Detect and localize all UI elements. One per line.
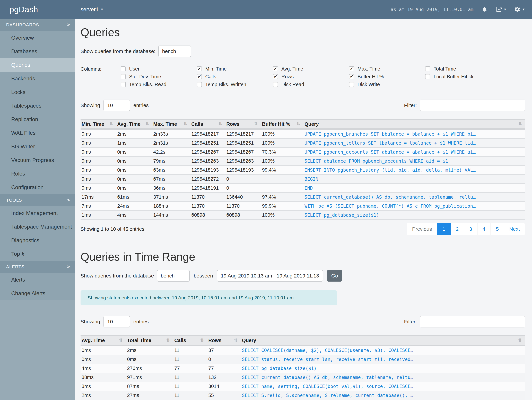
sidebar-item-roles[interactable]: Roles	[0, 167, 75, 180]
query-link[interactable]: SELECT name, setting, COALESCE(boot_val,…	[242, 384, 413, 389]
database-label: Show queries from the database	[81, 273, 154, 279]
pagination-next[interactable]: Next	[504, 223, 525, 235]
query-link[interactable]: WITH pc AS (SELECT pubname, COUNT(*) AS …	[304, 203, 476, 209]
query-link[interactable]: UPDATE pgbench_accounts SET abalance = a…	[304, 149, 476, 155]
go-button[interactable]: Go	[327, 270, 342, 282]
query-link[interactable]: SELECT abalance FROM pgbench_accounts WH…	[304, 158, 448, 164]
query-link[interactable]: SELECT COALESCE(datname, $2), COALESCE(u…	[242, 348, 413, 353]
sidebar-section-alerts[interactable]: ALERTS>	[0, 261, 75, 273]
sidebar-item-index-management[interactable]: Index Management	[0, 206, 75, 220]
query-cell: BEGIN	[304, 175, 525, 184]
sidebar-item-alerts[interactable]: Alerts	[0, 273, 75, 286]
column-header-rows[interactable]: Rows⇅	[225, 120, 261, 129]
cell: 0ms	[81, 129, 116, 139]
sidebar-item-top-k[interactable]: Topk	[0, 247, 75, 261]
query-link[interactable]: SELECT pg_database_size($1)	[304, 212, 379, 218]
sidebar-item-diagnostics[interactable]: Diagnostics	[0, 234, 75, 247]
column-header-query[interactable]: Query⇅	[241, 336, 525, 345]
pagination-page-2[interactable]: 2	[451, 223, 464, 235]
column-header-total-time[interactable]: Total Time⇅	[126, 336, 173, 345]
query-link[interactable]: SELECT current_database() AS db, scheman…	[304, 194, 476, 200]
checkbox-temp-blks-written[interactable]: Temp Blks. Written	[197, 82, 273, 87]
pagination-page-1[interactable]: 1	[437, 223, 451, 235]
sidebar-item-wal-files[interactable]: WAL Files	[0, 126, 75, 140]
checkbox-label: Calls	[205, 74, 216, 80]
sidebar-item-queries[interactable]: Queries	[0, 58, 75, 72]
checkbox-buffer-hit[interactable]: ✔Buffer Hit %	[349, 74, 425, 79]
cell: 1295418217	[225, 129, 261, 139]
database-input[interactable]	[157, 270, 190, 282]
checkbox-disk-read[interactable]: Disk Read	[273, 82, 349, 87]
entries-count-input[interactable]	[103, 316, 130, 327]
checkbox-disk-write[interactable]: Disk Write	[349, 82, 425, 87]
query-link[interactable]: SELECT pg_database_size($1)	[242, 366, 317, 371]
notifications-button[interactable]	[482, 6, 488, 13]
pagination-previous[interactable]: Previous	[407, 223, 437, 235]
query-link[interactable]: INSERT INTO pgbench_history (tid, bid, a…	[304, 167, 476, 173]
column-header-calls[interactable]: Calls⇅	[173, 336, 207, 345]
cell: 0ms	[81, 355, 126, 364]
column-header-min-time[interactable]: Min. Time⇅	[81, 120, 116, 129]
charts-menu-button[interactable]: ▾	[496, 6, 506, 13]
table-row: 0ms0ms36ms12954181910END	[81, 184, 525, 192]
checkbox-min-time[interactable]: ✔Min. Time	[197, 66, 273, 71]
checkbox-user[interactable]: User	[121, 66, 197, 71]
checkbox-local-buffer-hit[interactable]: Local Buffer Hit %	[425, 74, 501, 79]
sidebar-item-overview[interactable]: Overview	[0, 31, 75, 44]
sidebar-item-backends[interactable]: Backends	[0, 72, 75, 85]
checkbox-checked-icon: ✔	[349, 66, 354, 71]
checkbox-rows[interactable]: ✔Rows	[273, 74, 349, 79]
filter-wrap: Filter:	[404, 100, 525, 111]
filter-input[interactable]	[420, 316, 525, 327]
query-link[interactable]: END	[304, 185, 313, 191]
sidebar-item-replication[interactable]: Replication	[0, 113, 75, 126]
column-header-rows[interactable]: Rows⇅	[207, 336, 241, 345]
sort-icon: ⇅	[145, 121, 149, 127]
sidebar-item-change-alerts[interactable]: Change Alerts	[0, 286, 75, 300]
checkbox-temp-blks-read[interactable]: Temp Blks. Read	[121, 82, 197, 87]
settings-menu-button[interactable]: ▾	[514, 6, 525, 13]
sidebar-filler	[0, 300, 75, 400]
column-header-avg-time[interactable]: Avg. Time⇅	[81, 336, 126, 345]
sidebar-item-bg-writer[interactable]: BG Writer	[0, 140, 75, 153]
server-selector[interactable]: server1 ▾	[81, 6, 103, 13]
sidebar-item-locks[interactable]: Locks	[0, 85, 75, 99]
sidebar-section-dashboards[interactable]: DASHBOARDS>	[0, 19, 75, 31]
sidebar-item-configuration[interactable]: Configuration	[0, 180, 75, 194]
sidebar-item-databases[interactable]: Databases	[0, 44, 75, 58]
sidebar-item-vacuum-progress[interactable]: Vacuum Progress	[0, 153, 75, 167]
column-header-max-time[interactable]: Max. Time⇅	[152, 120, 190, 129]
query-link[interactable]: SELECT status, receive_start_lsn, receiv…	[242, 357, 413, 362]
checkbox-std-dev-time[interactable]: Std. Dev. Time	[121, 74, 197, 79]
checkbox-total-time[interactable]: Total Time	[425, 66, 501, 71]
table-row: 17ms61ms371ms1137013644097.4%SELECT curr…	[81, 192, 525, 202]
query-link[interactable]: SELECT S.relid, S.schemaname, S.relname,…	[242, 393, 413, 398]
checkbox-max-time[interactable]: ✔Max. Time	[349, 66, 425, 71]
sidebar-item-tablespace-management[interactable]: Tablespace Management	[0, 220, 75, 234]
date-range-input[interactable]	[217, 270, 323, 282]
checkbox-avg-time[interactable]: ✔Avg. Time	[273, 66, 349, 71]
sidebar-section-tools[interactable]: TOOLS>	[0, 194, 75, 206]
section-label: TOOLS	[6, 198, 22, 203]
column-header-calls[interactable]: Calls⇅	[190, 120, 225, 129]
query-link[interactable]: UPDATE pgbench_tellers SET tbalance = tb…	[304, 140, 476, 146]
checkbox-calls[interactable]: ✔Calls	[197, 74, 273, 79]
entries-count-input[interactable]	[103, 100, 130, 111]
column-header-query[interactable]: Query⇅	[304, 120, 525, 129]
filter-label: Filter:	[404, 102, 417, 108]
pagination-page-4[interactable]: 4	[477, 223, 491, 235]
checkbox-column: Total TimeLocal Buffer Hit %	[425, 66, 501, 90]
cell: 77	[207, 364, 241, 373]
filter-input[interactable]	[420, 100, 525, 111]
pagination-page-5[interactable]: 5	[491, 223, 504, 235]
sidebar-item-tablespaces[interactable]: Tablespaces	[0, 99, 75, 113]
column-header-buffer-hit[interactable]: Buffer Hit %⇅	[261, 120, 304, 129]
showing-row: Showing entries Filter:	[81, 100, 525, 111]
pagination-page-3[interactable]: 3	[464, 223, 477, 235]
as-at-timestamp: as at 19 Aug 2019, 11:10:01 am	[391, 7, 474, 12]
query-link[interactable]: BEGIN	[304, 176, 318, 182]
column-header-avg-time[interactable]: Avg. Time⇅	[116, 120, 152, 129]
database-input[interactable]	[158, 45, 191, 57]
query-link[interactable]: SELECT current_database() AS db, scheman…	[242, 375, 413, 380]
query-link[interactable]: UPDATE pgbench_branches SET bbalance = b…	[304, 131, 476, 137]
